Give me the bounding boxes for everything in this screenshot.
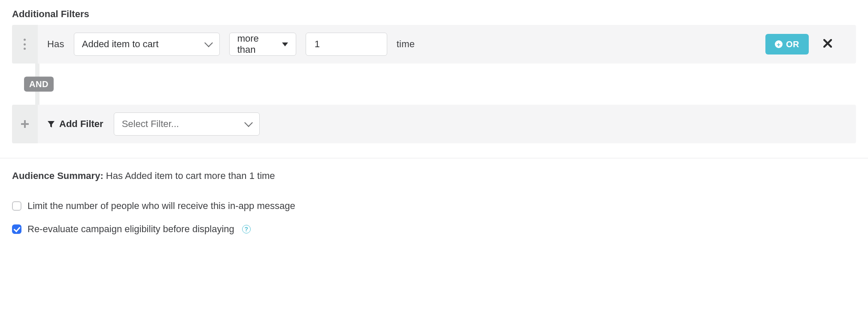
chevron-down-icon	[244, 118, 253, 127]
limit-checkbox[interactable]	[12, 201, 21, 211]
drag-handle[interactable]	[12, 25, 38, 64]
event-select[interactable]: Added item to cart	[74, 33, 220, 56]
add-filter-label: Add Filter	[47, 118, 103, 130]
remove-filter-button[interactable]	[823, 39, 832, 49]
add-filter-text: Add Filter	[59, 118, 103, 130]
close-icon	[823, 39, 832, 48]
filter-prefix: Has	[47, 39, 64, 50]
caret-down-icon	[282, 42, 288, 46]
filter-type-placeholder: Select Filter...	[122, 118, 179, 130]
or-button-label: OR	[786, 39, 799, 49]
drag-dots-icon	[24, 39, 26, 50]
section-title: Additional Filters	[12, 9, 856, 20]
and-badge: AND	[24, 77, 54, 92]
chevron-down-icon	[204, 39, 213, 47]
connector: AND	[12, 64, 856, 105]
add-filter-handle[interactable]	[12, 105, 38, 143]
reevaluate-checkbox-label: Re-evaluate campaign eligibility before …	[27, 224, 234, 235]
summary-text: Has Added item to cart more than 1 time	[106, 170, 275, 181]
limit-checkbox-label: Limit the number of people who will rece…	[27, 200, 295, 212]
reevaluate-checkbox[interactable]	[12, 224, 21, 234]
add-filter-row: Add Filter Select Filter...	[12, 105, 856, 143]
event-select-value: Added item to cart	[82, 39, 159, 50]
comparison-select-value: more than	[237, 33, 277, 55]
divider	[0, 158, 868, 158]
count-input[interactable]	[314, 38, 379, 50]
limit-checkbox-row: Limit the number of people who will rece…	[12, 200, 856, 212]
reevaluate-checkbox-row: Re-evaluate campaign eligibility before …	[12, 224, 856, 235]
or-button[interactable]: + OR	[765, 34, 809, 55]
help-icon[interactable]: ?	[242, 225, 251, 233]
audience-summary: Audience Summary: Has Added item to cart…	[12, 170, 856, 182]
plus-icon	[21, 120, 29, 128]
funnel-icon	[47, 120, 55, 128]
filter-row: Has Added item to cart more than time + …	[12, 25, 856, 64]
filter-type-select[interactable]: Select Filter...	[114, 112, 260, 136]
summary-label: Audience Summary:	[12, 170, 103, 181]
count-input-wrap	[306, 33, 387, 56]
comparison-select[interactable]: more than	[229, 33, 296, 56]
filter-suffix: time	[397, 39, 415, 50]
plus-circle-icon: +	[775, 40, 783, 48]
